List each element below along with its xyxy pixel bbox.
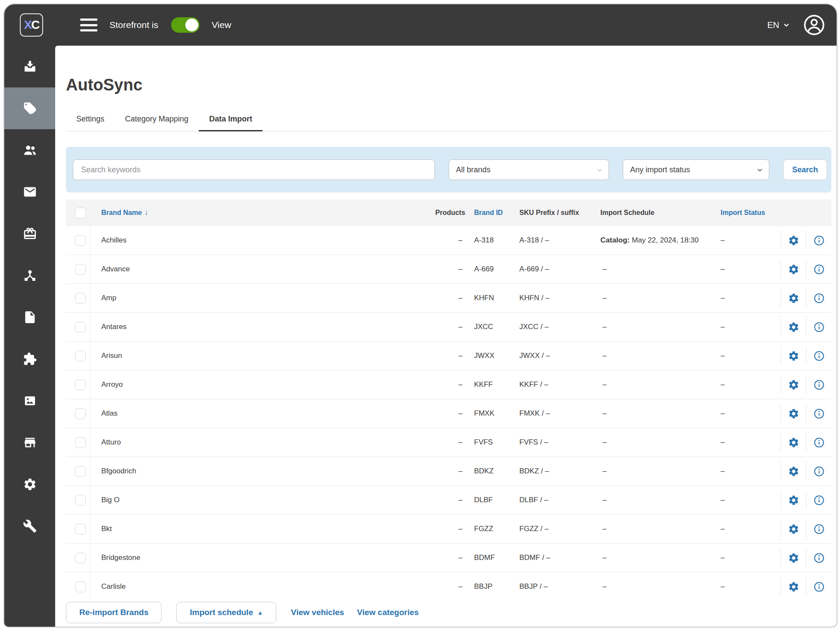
- products-cell: –: [431, 525, 463, 533]
- row-info-button[interactable]: [806, 260, 831, 279]
- user-avatar-icon[interactable]: [803, 14, 825, 36]
- row-info-button[interactable]: [806, 346, 831, 365]
- row-info-button[interactable]: [806, 462, 831, 481]
- sidebar-item-tools[interactable]: [4, 505, 55, 547]
- brand-id-cell: JXCC: [463, 323, 515, 331]
- mail-icon: [23, 185, 37, 199]
- table-row: Advance – A-669 A-669 / – – –: [66, 255, 831, 284]
- row-settings-button[interactable]: [781, 375, 806, 394]
- row-info-button[interactable]: [806, 231, 831, 250]
- row-settings-button[interactable]: [781, 404, 806, 423]
- table-row: Amp – KHFN KHFN / – – –: [66, 284, 831, 313]
- app-logo[interactable]: XC: [20, 13, 43, 37]
- row-checkbox[interactable]: [75, 581, 86, 592]
- row-checkbox[interactable]: [75, 408, 86, 419]
- row-settings-button[interactable]: [781, 577, 806, 596]
- row-settings-button[interactable]: [781, 433, 806, 452]
- row-settings-button[interactable]: [781, 519, 806, 538]
- tab-settings[interactable]: Settings: [66, 108, 115, 131]
- storefront-label: Storefront is: [109, 20, 158, 30]
- tab-category-mapping[interactable]: Category Mapping: [115, 108, 199, 131]
- import-schedule-cell: –: [597, 323, 715, 331]
- brand-name-cell: Arroyo: [91, 380, 431, 389]
- sort-descending-icon[interactable]: ↓: [144, 208, 148, 217]
- row-info-button[interactable]: [806, 577, 831, 596]
- row-settings-button[interactable]: [781, 289, 806, 308]
- row-checkbox[interactable]: [75, 437, 86, 448]
- search-button[interactable]: Search: [783, 159, 827, 180]
- row-checkbox[interactable]: [75, 293, 86, 304]
- brand-id-cell: FMXK: [463, 409, 515, 418]
- view-categories-link[interactable]: View categories: [357, 608, 418, 617]
- hamburger-menu-icon[interactable]: [80, 19, 97, 31]
- brand-name-cell: Antares: [91, 323, 431, 331]
- top-bar: XC Storefront is View EN: [4, 4, 837, 46]
- storefront-view-link[interactable]: View: [212, 20, 231, 30]
- row-info-button[interactable]: [806, 289, 831, 308]
- import-schedule-button[interactable]: Import schedule▲: [176, 602, 276, 623]
- search-input[interactable]: [73, 159, 435, 180]
- sidebar-item-promotions[interactable]: [4, 213, 55, 255]
- import-status-cell: –: [715, 351, 781, 360]
- brand-id-cell: JWXX: [463, 351, 515, 360]
- import-status-cell: –: [715, 294, 781, 302]
- sidebar-item-catalog[interactable]: [4, 87, 55, 129]
- row-checkbox[interactable]: [75, 264, 86, 275]
- sidebar-item-settings[interactable]: [4, 463, 55, 505]
- row-info-button[interactable]: [806, 375, 831, 394]
- row-checkbox[interactable]: [75, 553, 86, 563]
- row-checkbox[interactable]: [75, 351, 86, 361]
- sidebar-item-integrations[interactable]: [4, 255, 55, 296]
- puzzle-icon: [23, 352, 37, 366]
- view-vehicles-link[interactable]: View vehicles: [291, 608, 344, 617]
- language-selector[interactable]: EN: [767, 20, 790, 30]
- sidebar-item-pages[interactable]: [4, 296, 55, 338]
- select-all-checkbox[interactable]: [75, 208, 86, 218]
- row-settings-button[interactable]: [781, 462, 806, 481]
- row-info-button[interactable]: [806, 433, 831, 452]
- row-settings-button[interactable]: [781, 317, 806, 336]
- row-info-button[interactable]: [806, 491, 831, 510]
- sidebar-item-import[interactable]: [4, 46, 55, 87]
- row-settings-button[interactable]: [781, 231, 806, 250]
- column-import-status[interactable]: Import Status: [721, 209, 765, 216]
- sidebar-item-mail[interactable]: [4, 171, 55, 213]
- row-settings-button[interactable]: [781, 491, 806, 510]
- row-settings-button[interactable]: [781, 548, 806, 567]
- row-checkbox[interactable]: [75, 379, 86, 390]
- row-info-button[interactable]: [806, 519, 831, 538]
- row-checkbox[interactable]: [75, 495, 86, 506]
- row-info-button[interactable]: [806, 404, 831, 423]
- status-filter-select[interactable]: Any import status: [623, 159, 769, 180]
- gear-icon: [788, 466, 799, 477]
- row-checkbox[interactable]: [75, 322, 86, 333]
- import-status-cell: –: [715, 409, 781, 418]
- import-status-cell: –: [715, 236, 781, 245]
- storefront-toggle[interactable]: [171, 17, 200, 33]
- import-schedule-cell: –: [597, 525, 715, 533]
- column-import-schedule: Import Schedule: [597, 209, 715, 217]
- sidebar-item-media[interactable]: [4, 380, 55, 422]
- row-settings-button[interactable]: [781, 260, 806, 279]
- sku-cell: JXCC / –: [515, 323, 597, 331]
- tab-data-import[interactable]: Data Import: [199, 108, 262, 131]
- info-icon: [813, 437, 825, 448]
- column-brand-id[interactable]: Brand ID: [474, 209, 503, 216]
- sidebar-item-store[interactable]: [4, 422, 55, 463]
- row-checkbox[interactable]: [75, 524, 86, 535]
- sidebar-item-users[interactable]: [4, 129, 55, 171]
- file-icon: [23, 310, 37, 324]
- import-schedule-cell: –: [597, 351, 715, 360]
- row-info-button[interactable]: [806, 317, 831, 336]
- reimport-brands-button[interactable]: Re-import Brands: [66, 602, 162, 623]
- sidebar-item-apps[interactable]: [4, 338, 55, 380]
- bottom-action-bar: Re-import Brands Import schedule▲ View v…: [55, 598, 837, 627]
- brand-id-cell: BDKZ: [463, 467, 515, 476]
- row-settings-button[interactable]: [781, 346, 806, 365]
- column-brand-name[interactable]: Brand Name: [101, 209, 142, 216]
- row-checkbox[interactable]: [75, 466, 86, 477]
- brand-filter-select[interactable]: All brands: [449, 159, 609, 180]
- row-info-button[interactable]: [806, 548, 831, 567]
- products-cell: –: [431, 438, 463, 447]
- row-checkbox[interactable]: [75, 235, 86, 246]
